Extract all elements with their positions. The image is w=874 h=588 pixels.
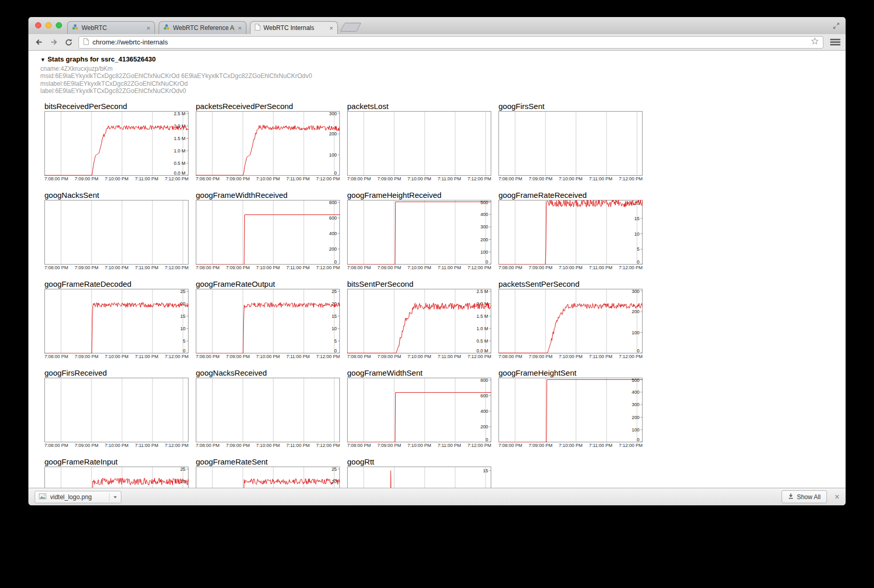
chart-plot-area: 20151050 [498,200,643,265]
show-all-button[interactable]: Show All [782,490,827,503]
chart-title: googFirsReceived [44,368,189,378]
x-tick-label: 7:12:00 PM [619,265,643,270]
x-tick-label: 7:10:00 PM [559,443,583,448]
url-text[interactable]: chrome://webrtc-internals [92,38,807,46]
tab-webrtc-internals[interactable]: WebRTC Internals × [250,21,338,34]
svg-text:25: 25 [180,467,185,472]
chart-googNacksSent: googNacksSent7:08:00 PM7:09:00 PM7:10:00… [44,190,189,270]
chart-googFrameHeightSent: googFrameHeightSent50040030020010007:08:… [498,368,643,448]
chart-googFirsReceived: googFirsReceived7:08:00 PM7:09:00 PM7:10… [44,368,189,448]
chart-plot-area: 5004003002001000 [347,200,491,265]
x-tick-label: 7:08:00 PM [347,354,371,359]
x-tick-label: 7:12:00 PM [467,443,491,448]
x-tick-label: 7:12:00 PM [467,265,491,270]
menu-icon[interactable] [830,37,840,48]
close-downloads-bar-icon[interactable]: × [835,493,839,501]
svg-text:800: 800 [329,200,337,205]
svg-text:20: 20 [180,301,185,306]
chart-title: bitsReceivedPerSecond [44,101,189,111]
download-item-menu-caret-icon[interactable] [109,493,117,501]
tab-webrtc-reference-app[interactable]: WebRTC Reference App × [159,21,246,34]
tab-webrtc[interactable]: WebRTC × [67,21,155,34]
chart-plot-area [347,111,491,176]
x-tick-label: 7:11:00 PM [589,176,612,181]
svg-text:15: 15 [332,314,337,319]
x-tick-label: 7:11:00 PM [438,354,461,359]
new-tab-button[interactable] [340,23,361,32]
x-axis-labels: 7:08:00 PM7:09:00 PM7:10:00 PM7:11:00 PM… [44,443,189,448]
svg-text:2.5 M: 2.5 M [476,289,488,294]
page-content[interactable]: ▼Stats graphs for ssrc_4136526430 cname:… [28,51,846,488]
svg-text:10: 10 [180,326,185,331]
tab-close-icon[interactable]: × [146,25,150,32]
x-tick-label: 7:08:00 PM [498,354,522,359]
collapse-triangle-icon[interactable]: ▼ [40,57,45,63]
svg-text:100: 100 [632,330,639,335]
download-item-label: vidtel_logo.png [50,493,92,501]
x-tick-label: 7:12:00 PM [316,354,340,359]
x-tick-label: 7:11:00 PM [589,354,612,359]
svg-text:0: 0 [334,171,337,176]
chart-plot-area [44,200,189,265]
forward-button[interactable] [49,37,59,48]
address-bar[interactable]: chrome://webrtc-internals [79,36,823,49]
close-window-button[interactable] [35,22,41,28]
svg-text:1.0 M: 1.0 M [174,148,185,153]
download-arrow-icon [788,493,794,501]
svg-text:15: 15 [634,215,639,221]
chart-plot-area: 2520151050 [196,467,340,488]
chart-title: googFrameRateDecoded [44,279,189,289]
x-tick-label: 7:08:00 PM [196,354,220,359]
chart-googFrameRateDecoded: googFrameRateDecoded25201510507:08:00 PM… [44,279,189,359]
svg-text:200: 200 [632,309,639,314]
download-item[interactable]: vidtel_logo.png [35,491,121,503]
x-tick-label: 7:09:00 PM [377,443,401,448]
fullscreen-icon[interactable] [832,22,840,30]
x-axis-labels: 7:08:00 PM7:09:00 PM7:10:00 PM7:11:00 PM… [44,176,189,181]
bookmark-star-icon[interactable] [811,37,819,47]
svg-text:25: 25 [332,289,337,294]
chart-title: googFrameRateInput [44,457,189,467]
x-tick-label: 7:08:00 PM [196,176,220,181]
stats-graphs-grid: bitsReceivedPerSecond2.5 M2.0 M1.5 M1.0 … [44,101,846,488]
x-axis-labels: 7:08:00 PM7:09:00 PM7:10:00 PM7:11:00 PM… [347,354,491,359]
tab-close-icon[interactable]: × [238,25,242,32]
x-tick-label: 7:09:00 PM [226,354,249,359]
x-tick-label: 7:11:00 PM [589,443,612,448]
x-tick-label: 7:10:00 PM [408,176,431,181]
chart-title: packetsLost [347,101,491,111]
x-tick-label: 7:11:00 PM [286,176,309,181]
zoom-window-button[interactable] [56,22,62,28]
x-tick-label: 7:09:00 PM [377,354,401,359]
chart-plot-area: 2520151050 [44,289,189,353]
chart-googFrameHeightReceived: googFrameHeightReceived50040030020010007… [347,190,491,270]
svg-text:400: 400 [480,212,488,217]
stats-graphs-header[interactable]: ▼Stats graphs for ssrc_4136526430 [40,55,846,63]
chart-plot-area [196,378,340,442]
chart-plot-area: 2.5 M2.0 M1.5 M1.0 M0.5 M0.0 M [44,111,189,176]
minimize-window-button[interactable] [45,22,52,28]
chart-title: googFrameRateOutput [196,279,340,289]
x-tick-label: 7:09:00 PM [528,176,552,181]
x-tick-label: 7:11:00 PM [589,265,612,270]
x-tick-label: 7:12:00 PM [165,176,189,181]
x-tick-label: 7:09:00 PM [528,265,552,270]
chart-plot-area: 8006004002000 [196,200,340,265]
x-tick-label: 7:12:00 PM [316,265,340,270]
svg-text:300: 300 [632,289,639,294]
x-tick-label: 7:08:00 PM [196,443,220,448]
x-tick-label: 7:08:00 PM [44,443,68,448]
tab-label: WebRTC Reference App [173,24,235,32]
chart-googFrameRateReceived: googFrameRateReceived201510507:08:00 PM7… [498,190,643,270]
tab-label: WebRTC Internals [263,24,326,32]
svg-text:300: 300 [480,224,488,229]
x-tick-label: 7:12:00 PM [467,354,491,359]
back-button[interactable] [34,37,44,48]
svg-text:25: 25 [332,467,337,472]
chart-plot-area: 3002001000 [498,289,643,353]
svg-text:0: 0 [334,348,337,353]
reload-button[interactable] [64,37,74,48]
tab-close-icon[interactable]: × [329,25,333,32]
x-tick-label: 7:08:00 PM [498,176,522,181]
svg-text:0: 0 [637,348,639,353]
